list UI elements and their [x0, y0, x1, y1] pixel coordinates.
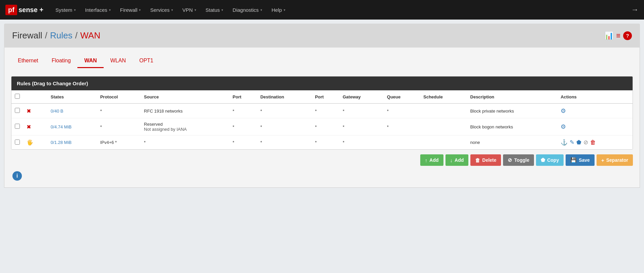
arrow-up-icon: ↑ — [425, 157, 428, 163]
nav-item-interfaces[interactable]: Interfaces ▾ — [81, 4, 115, 16]
rules-table-section: Rules (Drag to Change Order) States Prot… — [11, 76, 633, 150]
breadcrumb-icons: 📊 ≡ ? — [604, 31, 632, 40]
row1-gear-icon[interactable]: ⚙ — [561, 108, 566, 114]
nav-item-system[interactable]: System ▾ — [51, 4, 80, 16]
row3-destination: * — [257, 135, 312, 150]
edit-icon[interactable]: ✎ — [570, 139, 574, 146]
brand[interactable]: pf sense + — [5, 5, 43, 15]
help-circle-icon[interactable]: ? — [623, 31, 632, 40]
row1-port-dst: * — [312, 103, 339, 118]
row1-schedule — [420, 103, 467, 118]
nav-item-vpn[interactable]: VPN ▾ — [178, 4, 200, 16]
row3-states-link[interactable]: 0/1.28 MiB — [51, 140, 72, 145]
add-up-label: Add — [429, 157, 438, 163]
row1-checkbox[interactable] — [15, 108, 20, 113]
row3-checkbox[interactable] — [15, 140, 20, 145]
nav-link-services[interactable]: Services ▾ — [146, 4, 177, 16]
nav-item-status[interactable]: Status ▾ — [202, 4, 227, 16]
add-up-button[interactable]: ↑ Add — [420, 154, 443, 166]
breadcrumb-sep-1: / — [45, 30, 47, 41]
list-icon[interactable]: ≡ — [616, 31, 620, 40]
pf-logo: pf — [5, 5, 17, 15]
row2-gateway: * — [339, 118, 384, 135]
row2-queue: * — [384, 118, 420, 135]
navbar: pf sense + System ▾ Interfaces ▾ Firewal… — [0, 0, 644, 20]
row1-queue: * — [384, 103, 420, 118]
chevron-down-icon: ▾ — [194, 8, 196, 12]
row2-check[interactable] — [11, 118, 23, 135]
nav-link-interfaces[interactable]: Interfaces ▾ — [81, 4, 115, 16]
tab-wlan[interactable]: WLAN — [104, 54, 133, 68]
row3-check[interactable] — [11, 135, 23, 150]
row2-states: 0/4.74 MiB — [47, 118, 97, 135]
row3-port-dst: * — [312, 135, 339, 150]
chart-icon[interactable]: 📊 — [604, 31, 613, 40]
toggle-icon: ⊘ — [508, 157, 512, 163]
breadcrumb-bar: Firewall / Rules / WAN 📊 ≡ ? — [4, 24, 640, 48]
th-gateway: Gateway — [339, 90, 384, 103]
copy-button[interactable]: ⬟ Copy — [536, 154, 564, 166]
th-port-src: Port — [229, 90, 257, 103]
save-button[interactable]: 💾 Save — [566, 154, 595, 166]
info-icon[interactable]: i — [12, 171, 22, 181]
save-label: Save — [579, 157, 590, 163]
row1-states: 0/40 B — [47, 103, 97, 118]
disable-icon[interactable]: ⊘ — [583, 139, 588, 146]
tab-wan[interactable]: WAN — [77, 54, 103, 68]
table-row: ✖ 0/40 B * RFC 1918 networks * * * * * B… — [11, 103, 633, 118]
row1-destination: * — [257, 103, 312, 118]
toggle-button[interactable]: ⊘ Toggle — [503, 154, 534, 166]
th-check — [11, 90, 23, 103]
nav-link-system[interactable]: System ▾ — [51, 4, 80, 16]
main-content: Ethernet Floating WAN WLAN OPT1 Rules (D… — [4, 48, 640, 188]
row3-actions: ⚓ ✎ ⬟ ⊘ 🗑 — [557, 135, 633, 150]
nav-link-diagnostics[interactable]: Diagnostics ▾ — [228, 4, 266, 16]
row2-description: Block bogon networks — [467, 118, 558, 135]
row1-states-link[interactable]: 0/40 B — [51, 109, 64, 114]
row1-description: Block private networks — [467, 103, 558, 118]
copy-btn-icon: ⬟ — [541, 157, 545, 163]
table-header: Rules (Drag to Change Order) — [11, 77, 633, 90]
nav-link-help[interactable]: Help ▾ — [267, 4, 289, 16]
bottom-actions: ↑ Add ↓ Add 🗑 Delete ⊘ Toggle ⬟ Copy 💾 S… — [11, 150, 633, 166]
th-port-dst: Port — [312, 90, 339, 103]
chevron-down-icon: ▾ — [171, 8, 173, 12]
delete-button[interactable]: 🗑 Delete — [470, 154, 501, 166]
save-icon: 💾 — [570, 157, 577, 163]
delete-icon[interactable]: 🗑 — [590, 139, 596, 146]
row1-check[interactable] — [11, 103, 23, 118]
row1-gateway: * — [339, 103, 384, 118]
breadcrumb-rules-link[interactable]: Rules — [50, 30, 72, 41]
copy-icon[interactable]: ⬟ — [576, 139, 581, 146]
tab-opt1[interactable]: OPT1 — [133, 54, 160, 68]
tab-floating[interactable]: Floating — [45, 54, 77, 68]
row2-source: ReservedNot assigned by IANA — [141, 118, 229, 135]
separator-button[interactable]: + Separator — [597, 154, 633, 166]
nav-item-firewall[interactable]: Firewall ▾ — [116, 4, 145, 16]
anchor-icon[interactable]: ⚓ — [561, 139, 568, 146]
tab-ethernet[interactable]: Ethernet — [11, 54, 45, 68]
nav-item-services[interactable]: Services ▾ — [146, 4, 177, 16]
arrow-down-icon: ↓ — [450, 157, 453, 163]
row2-schedule — [420, 118, 467, 135]
select-all-checkbox[interactable] — [15, 94, 20, 99]
row2-checkbox[interactable] — [15, 124, 20, 129]
logout-icon[interactable]: → — [631, 5, 639, 14]
row1-icon: ✖ — [23, 103, 47, 118]
chevron-down-icon: ▾ — [284, 8, 285, 12]
chevron-down-icon: ▾ — [139, 8, 141, 12]
nav-item-diagnostics[interactable]: Diagnostics ▾ — [228, 4, 266, 16]
nav-link-status[interactable]: Status ▾ — [202, 4, 227, 16]
th-schedule: Schedule — [420, 90, 467, 103]
chevron-down-icon: ▾ — [221, 8, 223, 12]
separator-label: Separator — [606, 157, 628, 163]
nav-link-vpn[interactable]: VPN ▾ — [178, 4, 200, 16]
plus-icon: + — [601, 157, 604, 163]
row2-gear-icon[interactable]: ⚙ — [561, 123, 566, 130]
nav-item-help[interactable]: Help ▾ — [267, 4, 289, 16]
nav-link-firewall[interactable]: Firewall ▾ — [116, 4, 145, 16]
row2-states-link[interactable]: 0/4.74 MiB — [51, 124, 72, 129]
row3-protocol: IPv4+6 * — [97, 135, 141, 150]
delete-label: Delete — [482, 157, 496, 163]
add-down-button[interactable]: ↓ Add — [445, 154, 469, 166]
